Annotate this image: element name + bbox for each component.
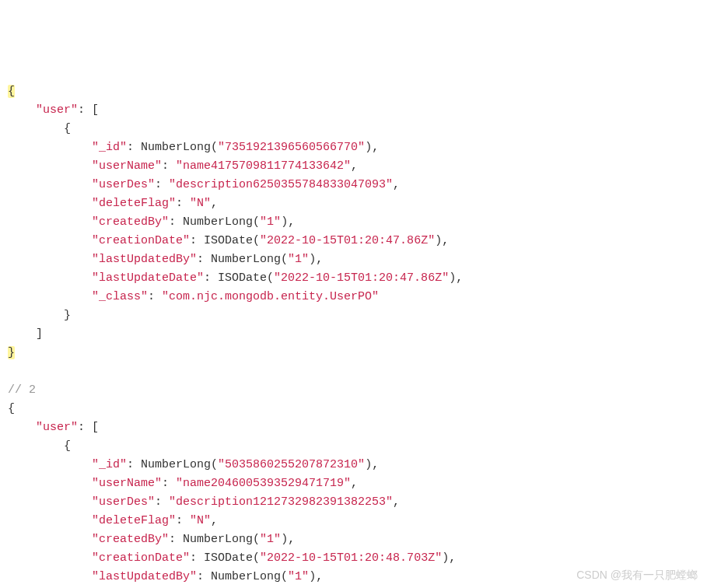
lastupdatedate-val-1: "2022-10-15T01:20:47.86Z" bbox=[274, 271, 449, 285]
creationdate-val-1: "2022-10-15T01:20:47.86Z" bbox=[260, 234, 435, 247]
numberlong-fn: NumberLong( bbox=[211, 570, 288, 583]
createdby-key-1: "createdBy" bbox=[92, 215, 169, 229]
createdby-val-1: "1" bbox=[260, 215, 281, 229]
creationdate-key-1: "creationDate" bbox=[92, 234, 190, 247]
creationdate-val-2: "2022-10-15T01:20:48.703Z" bbox=[260, 551, 442, 565]
username-key-2: "userName" bbox=[92, 477, 162, 490]
id-val-2: "5035860255207872310" bbox=[218, 458, 365, 471]
numberlong-fn: NumberLong( bbox=[141, 458, 218, 471]
userdes-val-2: "description1212732982391382253" bbox=[169, 495, 393, 509]
lastupdatedby-key-1: "lastUpdatedBy" bbox=[92, 253, 197, 266]
isodate-fn: ISODate( bbox=[204, 551, 260, 565]
numberlong-fn: NumberLong( bbox=[183, 215, 260, 229]
username-key-1: "userName" bbox=[92, 159, 162, 173]
lastupdatedby-val-2: "1" bbox=[288, 570, 309, 583]
createdby-key-2: "createdBy" bbox=[92, 533, 169, 546]
class-val-1: "com.njc.mongodb.entity.UserPO" bbox=[162, 290, 379, 303]
numberlong-fn: NumberLong( bbox=[141, 141, 218, 154]
isodate-fn: ISODate( bbox=[218, 271, 274, 285]
lastupdatedby-val-1: "1" bbox=[288, 253, 309, 266]
userdes-key-2: "userDes" bbox=[92, 495, 155, 509]
userdes-val-1: "description6250355784833047093" bbox=[169, 178, 393, 191]
comment-2: // 2 bbox=[8, 383, 36, 397]
code-block: { "user": [ { "_id": NumberLong("7351921… bbox=[8, 82, 699, 588]
creationdate-key-2: "creationDate" bbox=[92, 551, 190, 565]
deleteflag-key-2: "deleteFlag" bbox=[92, 514, 176, 527]
id-val-1: "7351921396560566770" bbox=[218, 141, 365, 154]
id-key-1: "_id" bbox=[92, 141, 127, 154]
id-key-2: "_id" bbox=[92, 458, 127, 471]
createdby-val-2: "1" bbox=[260, 533, 281, 546]
deleteflag-key-1: "deleteFlag" bbox=[92, 197, 176, 210]
username-val-2: "name2046005393529471719" bbox=[176, 477, 351, 490]
lastupdatedate-key-1: "lastUpdateDate" bbox=[92, 271, 204, 285]
username-val-1: "name4175709811774133642" bbox=[176, 159, 351, 173]
watermark: CSDN @我有一只肥螳螂 bbox=[576, 566, 698, 583]
userdes-key-1: "userDes" bbox=[92, 178, 155, 191]
isodate-fn: ISODate( bbox=[204, 234, 260, 247]
deleteflag-val-2: "N" bbox=[190, 514, 211, 527]
lastupdatedby-key-2: "lastUpdatedBy" bbox=[92, 570, 197, 583]
numberlong-fn: NumberLong( bbox=[211, 253, 288, 266]
numberlong-fn: NumberLong( bbox=[183, 533, 260, 546]
user-key-1: "user" bbox=[36, 103, 78, 117]
class-key-1: "_class" bbox=[92, 290, 148, 303]
close-brace-1: } bbox=[8, 346, 15, 359]
user-key-2: "user" bbox=[36, 421, 78, 434]
deleteflag-val-1: "N" bbox=[190, 197, 211, 210]
open-brace-1: { bbox=[8, 85, 15, 98]
